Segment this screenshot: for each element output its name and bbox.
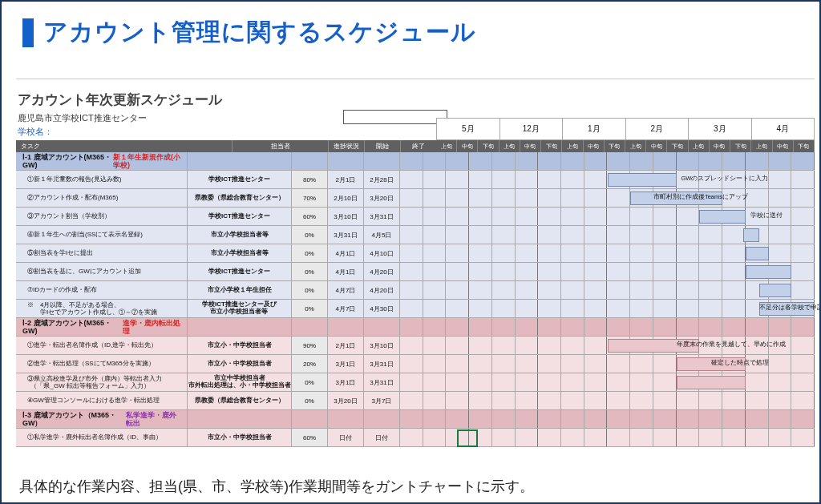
jk-cell: 下旬 [730,140,751,152]
gantt-annotation: 年度末の作業を見越して、早めに作成 [677,341,786,349]
task-row: ⑥割当表を基に、GWにアカウント追加学校ICT推進センター0%4月1日4月20日 [16,263,815,281]
end-cell [364,318,400,336]
month-cell: 4月 [752,119,815,139]
jk-cell: 下旬 [605,140,625,152]
month-cell: 1月 [563,119,626,139]
end-cell: 3月31日 [364,373,400,391]
end-cell: 4月20日 [364,281,400,299]
gantt-area [400,152,815,170]
jk-cell: 中旬 [457,140,478,152]
pic-cell: 県教委（県総合教育センター） [188,392,292,409]
jk-cell: 下旬 [667,140,688,152]
task-row: ②アカウント作成・配布(M365)県教委（県総合教育センター）70%2月10日3… [16,189,815,208]
task-name: ⑦IDカードの作成・配布 [16,281,188,299]
progress-cell: 90% [292,337,328,354]
progress-cell: 60% [292,208,328,225]
pic-cell [188,152,292,170]
gantt-area: 不足分は各学校で申請 [400,300,815,317]
gantt-bar[interactable] [759,284,791,297]
progress-cell: 0% [292,392,328,409]
gantt-bar[interactable] [699,210,745,224]
start-cell: 4月7日 [328,300,364,317]
task-row: ③県立高校進学及び市外（鹿内）等転出者入力 （「県_GW 転出等報告フォーム」入… [16,373,815,392]
start-cell [328,410,364,428]
task-name: Ⅰ-2 鹿域アカウント(M365・GW) 進学・鹿内転出処理 [16,318,188,336]
gantt-area [400,263,815,280]
jk-cell: 中旬 [646,140,667,152]
task-row: ⑤割当表を学Iセに提出市立小学校担当者等0%4月1口4月10口 [16,244,815,263]
col-task: タスク [16,140,232,152]
col-start: 開始 [364,140,400,152]
jk-cell: 上旬 [499,140,520,152]
gantt-area: 確定した時点で処理 [400,355,815,373]
gantt-area [400,392,815,409]
progress-cell: 0% [292,281,328,299]
start-cell: 3月10日 [328,208,364,225]
task-row: ④GW管理コンソールにおける進学・転出処理県教委（県総合教育センター）0%3月2… [16,392,815,410]
progress-cell: 80% [292,171,328,188]
task-name: Ⅰ-1 鹿域アカウント(M365・GW) 新１年生新規作成(小学校) [16,152,188,170]
gantt-annotation: 市町村別に作成後Teamsにアップ [653,193,748,201]
gantt-area: GWのスプレッドシートに入力 [400,171,815,188]
slide: アカウント管理に関するスケジュール アカウント年次更新スケジュール 鹿児島市立学… [0,0,821,504]
jk-cell: 下旬 [794,140,815,152]
gantt-bar[interactable] [746,265,791,279]
col-prog: 進捗状況 [328,140,364,152]
pic-cell: 市立小学校担当者等 [188,244,292,262]
category-row: Ⅰ-1 鹿域アカウント(M365・GW) 新１年生新規作成(小学校) [16,152,815,171]
task-row: ①進学・転出者名簿作成（ID,進学・転出先）市立小・中学校担当者90%2月1日3… [16,337,815,355]
gantt-annotation: 学校に送付 [750,212,783,220]
gantt-annotation: GWのスプレッドシートに入力 [681,175,768,183]
gantt-bar[interactable] [743,228,759,242]
progress-cell: 60% [292,429,328,446]
gantt-area [400,226,815,244]
start-cell [328,152,364,170]
active-cell-indicator[interactable] [457,429,478,447]
pic-cell [188,318,292,336]
start-cell: 2月1日 [328,171,364,188]
progress-cell: 0% [292,300,328,317]
start-cell: 3月20日 [328,392,364,409]
jk-cell: 下旬 [478,140,499,152]
gantt-bar[interactable] [677,376,746,389]
progress-cell: 0% [292,226,328,244]
jk-cell: 上旬 [689,140,710,152]
task-row: ①私学進学・鹿外転出者名簿作成（ID、事由）市立小・中学校担当者60%日付日付 [16,429,815,447]
end-cell: 4月20日 [364,263,400,280]
col-pic: 担当者 [232,140,328,152]
start-cell: 4月1口 [328,244,364,262]
gantt-bar[interactable] [608,173,677,187]
progress-cell: 0% [292,244,328,262]
category-row: Ⅰ-3 鹿域アカウント（M365・GW） 私学進学・鹿外転出 [16,410,815,429]
jk-cell: 上旬 [625,140,646,152]
progress-cell: 0% [292,373,328,391]
jk-cell: 上旬 [562,140,583,152]
end-cell: 4月30日 [364,300,400,317]
task-name: ④GW管理コンソールにおける進学・転出処理 [16,392,188,409]
task-name: ①私学進学・鹿外転出者名簿作成（ID、事由） [16,429,188,446]
pic-cell: 市立小学校１年生担任 [188,281,292,299]
task-name: ⑥割当表を基に、GWにアカウント追加 [16,263,188,280]
end-cell: 4月10口 [364,244,400,262]
task-row: ⑦IDカードの作成・配布市立小学校１年生担任0%4月7日4月20日 [16,281,815,300]
task-name: ⑤割当表を学Iセに提出 [16,244,188,262]
end-cell [364,410,400,428]
grid: Ⅰ-1 鹿域アカウント(M365・GW) 新１年生新規作成(小学校)①新１年児童… [16,152,815,469]
month-cell: 5月 [437,119,500,139]
progress-cell: 70% [292,189,328,207]
progress-cell [292,152,328,170]
end-cell: 3月31日 [364,208,400,225]
gantt-annotation: 確定した時点で処理 [711,359,769,367]
task-row: ※ 4月以降、不足がある場合、 学Iセでアカウント作成し、①～⑦を実施学校ICT… [16,300,815,318]
gantt-bar[interactable] [746,247,769,260]
title-mark [22,18,34,47]
end-cell: 日付 [364,429,400,446]
start-cell: 3月1日 [328,373,364,391]
pic-cell: 学校ICT推進センター [188,208,292,225]
jk-cell: 上旬 [436,140,457,152]
school-input[interactable] [343,110,447,124]
jk-cell: 中旬 [520,140,541,152]
pic-cell: 学校ICT推進センター [188,263,292,280]
task-row: ④新１年生への割当(SSにて表示名登録)市立小学校担当者等0%3月31日4月5日 [16,226,815,244]
month-cell: 12月 [500,119,564,139]
